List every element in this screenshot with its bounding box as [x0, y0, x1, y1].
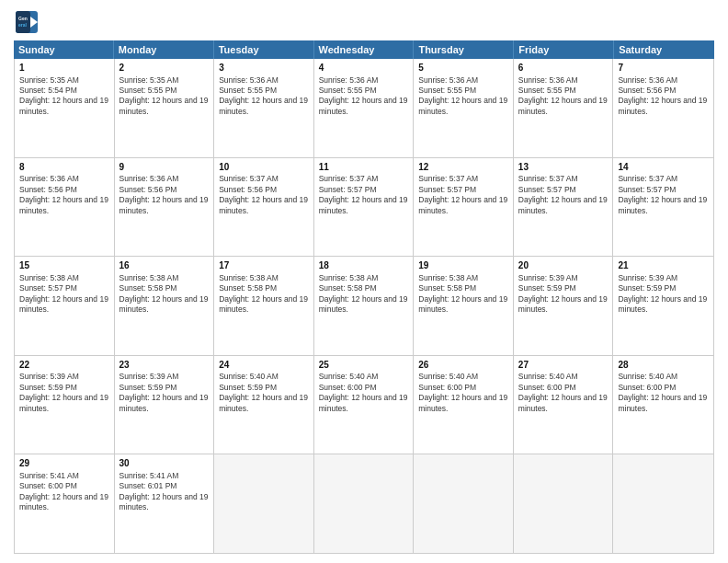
sunrise-text: Sunrise: 5:40 AM	[219, 372, 309, 382]
sunrise-text: Sunrise: 5:37 AM	[518, 174, 609, 184]
day-cell-8: 8Sunrise: 5:36 AMSunset: 5:56 PMDaylight…	[15, 158, 115, 257]
day-number: 7	[618, 62, 709, 75]
day-cell-29: 29Sunrise: 5:41 AMSunset: 6:00 PMDayligh…	[15, 454, 115, 553]
day-number: 22	[19, 359, 109, 372]
day-cell-17: 17Sunrise: 5:38 AMSunset: 5:58 PMDayligh…	[214, 257, 314, 355]
sunrise-text: Sunrise: 5:37 AM	[618, 174, 709, 184]
day-number: 8	[19, 161, 109, 174]
sunrise-text: Sunrise: 5:39 AM	[19, 372, 109, 382]
day-number: 19	[418, 259, 508, 272]
day-number: 5	[418, 62, 508, 75]
day-number: 6	[518, 62, 609, 75]
sunrise-text: Sunrise: 5:39 AM	[119, 372, 210, 382]
sunrise-text: Sunrise: 5:36 AM	[418, 75, 508, 86]
daylight-text: Daylight: 12 hours and 19 minutes.	[418, 294, 508, 316]
sunrise-text: Sunrise: 5:37 AM	[319, 174, 409, 184]
day-cell-28: 28Sunrise: 5:40 AMSunset: 6:00 PMDayligh…	[613, 356, 713, 454]
day-number: 3	[219, 62, 309, 75]
sunrise-text: Sunrise: 5:37 AM	[418, 174, 508, 184]
daylight-text: Daylight: 12 hours and 19 minutes.	[19, 492, 109, 513]
day-number: 23	[119, 359, 210, 372]
day-cell-27: 27Sunrise: 5:40 AMSunset: 6:00 PMDayligh…	[514, 356, 614, 454]
daylight-text: Daylight: 12 hours and 19 minutes.	[518, 393, 609, 414]
day-number: 29	[19, 457, 109, 470]
calendar-header: SundayMondayTuesdayWednesdayThursdayFrid…	[14, 40, 714, 59]
sunset-text: Sunset: 6:00 PM	[418, 383, 508, 393]
daylight-text: Daylight: 12 hours and 19 minutes.	[418, 195, 508, 216]
day-cell-6: 6Sunrise: 5:36 AMSunset: 5:55 PMDaylight…	[514, 59, 614, 157]
sunset-text: Sunset: 5:59 PM	[19, 383, 109, 393]
day-cell-30: 30Sunrise: 5:41 AMSunset: 6:01 PMDayligh…	[115, 454, 215, 553]
calendar-row-3: 15Sunrise: 5:38 AMSunset: 5:57 PMDayligh…	[15, 257, 713, 356]
sunset-text: Sunset: 5:58 PM	[418, 283, 508, 293]
day-cell-4: 4Sunrise: 5:36 AMSunset: 5:55 PMDaylight…	[314, 59, 415, 157]
day-cell-23: 23Sunrise: 5:39 AMSunset: 5:59 PMDayligh…	[115, 356, 215, 454]
day-cell-14: 14Sunrise: 5:37 AMSunset: 5:57 PMDayligh…	[613, 158, 713, 257]
daylight-text: Daylight: 12 hours and 19 minutes.	[319, 294, 409, 316]
col-header-wednesday: Wednesday	[314, 40, 415, 59]
daylight-text: Daylight: 12 hours and 19 minutes.	[119, 294, 210, 316]
daylight-text: Daylight: 12 hours and 19 minutes.	[518, 195, 609, 216]
day-number: 9	[119, 161, 210, 174]
empty-cell	[214, 454, 314, 553]
sunset-text: Sunset: 5:57 PM	[518, 185, 609, 195]
daylight-text: Daylight: 12 hours and 19 minutes.	[119, 195, 210, 216]
day-number: 28	[618, 359, 709, 372]
day-number: 30	[119, 457, 210, 470]
sunrise-text: Sunrise: 5:38 AM	[418, 273, 508, 283]
day-number: 17	[219, 259, 309, 272]
empty-cell	[613, 454, 713, 553]
sunset-text: Sunset: 5:56 PM	[119, 185, 210, 195]
day-number: 4	[319, 62, 409, 75]
day-number: 1	[19, 62, 109, 75]
day-cell-11: 11Sunrise: 5:37 AMSunset: 5:57 PMDayligh…	[314, 158, 415, 257]
day-cell-21: 21Sunrise: 5:39 AMSunset: 5:59 PMDayligh…	[613, 257, 713, 355]
sunset-text: Sunset: 5:57 PM	[418, 185, 508, 195]
col-header-friday: Friday	[514, 40, 614, 59]
col-header-monday: Monday	[114, 40, 214, 59]
daylight-text: Daylight: 12 hours and 19 minutes.	[219, 195, 309, 216]
sunrise-text: Sunrise: 5:37 AM	[219, 174, 309, 184]
daylight-text: Daylight: 12 hours and 19 minutes.	[219, 393, 309, 414]
daylight-text: Daylight: 12 hours and 19 minutes.	[19, 96, 109, 117]
empty-cell	[514, 454, 614, 553]
page: Gen eral SundayMondayTuesdayWednesdayThu…	[0, 0, 728, 563]
daylight-text: Daylight: 12 hours and 19 minutes.	[219, 294, 309, 316]
sunset-text: Sunset: 5:57 PM	[319, 185, 409, 195]
sunrise-text: Sunrise: 5:38 AM	[119, 273, 210, 283]
sunrise-text: Sunrise: 5:35 AM	[119, 75, 210, 86]
sunset-text: Sunset: 5:57 PM	[618, 185, 709, 195]
sunrise-text: Sunrise: 5:40 AM	[618, 372, 709, 382]
day-cell-3: 3Sunrise: 5:36 AMSunset: 5:55 PMDaylight…	[214, 59, 314, 157]
daylight-text: Daylight: 12 hours and 19 minutes.	[219, 96, 309, 117]
logo-icon: Gen eral	[14, 9, 40, 35]
calendar-row-2: 8Sunrise: 5:36 AMSunset: 5:56 PMDaylight…	[15, 158, 713, 258]
daylight-text: Daylight: 12 hours and 19 minutes.	[319, 96, 409, 117]
day-cell-2: 2Sunrise: 5:35 AMSunset: 5:55 PMDaylight…	[115, 59, 215, 157]
day-number: 14	[618, 161, 709, 174]
day-cell-13: 13Sunrise: 5:37 AMSunset: 5:57 PMDayligh…	[514, 158, 614, 257]
sunrise-text: Sunrise: 5:38 AM	[19, 273, 109, 283]
calendar: SundayMondayTuesdayWednesdayThursdayFrid…	[14, 40, 714, 554]
sunset-text: Sunset: 5:59 PM	[119, 383, 210, 393]
daylight-text: Daylight: 12 hours and 19 minutes.	[19, 393, 109, 414]
sunset-text: Sunset: 5:58 PM	[219, 283, 309, 293]
daylight-text: Daylight: 12 hours and 19 minutes.	[618, 294, 709, 316]
sunset-text: Sunset: 5:55 PM	[418, 86, 508, 96]
sunrise-text: Sunrise: 5:36 AM	[219, 75, 309, 86]
day-number: 13	[518, 161, 609, 174]
day-number: 27	[518, 359, 609, 372]
daylight-text: Daylight: 12 hours and 19 minutes.	[119, 492, 210, 513]
sunrise-text: Sunrise: 5:40 AM	[418, 372, 508, 382]
sunset-text: Sunset: 6:01 PM	[119, 481, 210, 491]
logo: Gen eral	[14, 9, 43, 35]
sunrise-text: Sunrise: 5:41 AM	[119, 471, 210, 481]
sunrise-text: Sunrise: 5:35 AM	[19, 75, 109, 86]
sunrise-text: Sunrise: 5:36 AM	[119, 174, 210, 184]
day-cell-9: 9Sunrise: 5:36 AMSunset: 5:56 PMDaylight…	[115, 158, 215, 257]
sunrise-text: Sunrise: 5:39 AM	[518, 273, 609, 283]
sunset-text: Sunset: 5:58 PM	[119, 283, 210, 293]
sunset-text: Sunset: 6:00 PM	[19, 481, 109, 491]
day-number: 10	[219, 161, 309, 174]
day-cell-22: 22Sunrise: 5:39 AMSunset: 5:59 PMDayligh…	[15, 356, 115, 454]
